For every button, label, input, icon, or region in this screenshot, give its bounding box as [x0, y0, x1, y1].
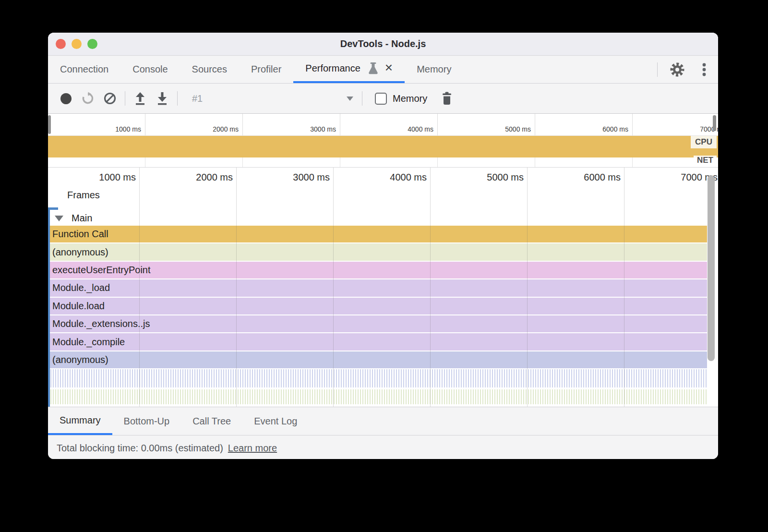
frames-track-label[interactable]: Frames: [67, 190, 100, 201]
ruler-tick: 3000 ms: [242, 125, 340, 133]
ruler-tick: 6000 ms: [527, 172, 624, 183]
ruler-tick: 5000 ms: [437, 125, 535, 133]
overview-ruler: 1000 ms 2000 ms 3000 ms 4000 ms 5000 ms …: [48, 114, 718, 136]
flame-bar-module-compile[interactable]: Module._compile: [48, 333, 707, 350]
tab-sources[interactable]: Sources: [180, 56, 239, 83]
status-bar: Total blocking time: 0.00ms (estimated) …: [48, 435, 718, 459]
ruler-tick: 7000 ms: [632, 125, 718, 133]
tab-memory[interactable]: Memory: [405, 56, 463, 83]
panel-tab-bar: Connection Console Sources Profiler Perf…: [48, 56, 718, 84]
main-track-header[interactable]: Main: [48, 211, 92, 226]
toolbar-separator: [177, 91, 178, 106]
tabbar-separator: [657, 62, 658, 77]
clear-recording-icon[interactable]: [99, 87, 121, 109]
learn-more-link[interactable]: Learn more: [228, 443, 277, 454]
net-band-label: NET: [694, 156, 717, 165]
tab-summary[interactable]: Summary: [48, 407, 112, 435]
chevron-down-icon: [347, 97, 353, 101]
flame-bar-anonymous[interactable]: (anonymous): [48, 243, 707, 260]
ruler-tick: 3000 ms: [236, 172, 333, 183]
ruler-tick: 2000 ms: [145, 125, 242, 133]
minimize-window-button[interactable]: [72, 39, 82, 49]
net-activity-band[interactable]: NET: [48, 157, 718, 168]
details-tab-bar: Summary Bottom-Up Call Tree Event Log: [48, 407, 718, 435]
load-profile-icon[interactable]: [129, 87, 151, 109]
record-button[interactable]: [55, 87, 77, 109]
toolbar-separator: [362, 91, 362, 106]
memory-checkbox[interactable]: [375, 93, 387, 105]
ruler-tick: 4000 ms: [333, 172, 430, 183]
cpu-band-label: CPU: [691, 136, 717, 148]
main-track-label: Main: [72, 213, 92, 224]
tab-performance[interactable]: Performance ×: [293, 56, 405, 83]
flame-bar-function-call[interactable]: Function Call: [48, 226, 707, 242]
close-performance-tab-icon[interactable]: ×: [385, 61, 393, 74]
ruler-tick: 5000 ms: [430, 172, 527, 183]
ruler-tick: 2000 ms: [139, 172, 236, 183]
timeline-overview[interactable]: 1000 ms 2000 ms 3000 ms 4000 ms 5000 ms …: [48, 114, 718, 168]
flame-bar-module-load[interactable]: Module.load: [48, 298, 707, 314]
tab-event-log[interactable]: Event Log: [242, 407, 309, 435]
tab-connection[interactable]: Connection: [48, 56, 120, 83]
flame-bar-anonymous-2[interactable]: (anonymous): [48, 351, 707, 368]
tabbar-actions: [657, 56, 718, 83]
zoom-window-button[interactable]: [87, 39, 97, 49]
flame-bar-module-extensions-js[interactable]: Module._extensions..js: [48, 315, 707, 332]
total-blocking-time-text: Total blocking time: 0.00ms (estimated): [57, 443, 223, 454]
more-options-kebab-icon[interactable]: [702, 61, 707, 78]
expand-triangle-icon[interactable]: [55, 216, 63, 221]
main-track-left-border: [48, 207, 50, 407]
vertical-scrollbar[interactable]: [708, 175, 715, 361]
settings-gear-icon[interactable]: [669, 61, 685, 78]
flame-bar-module-load-private[interactable]: Module._load: [48, 279, 707, 296]
traffic-lights: [56, 39, 97, 49]
title-bar: DevTools - Node.js: [48, 33, 718, 56]
reload-and-record-icon[interactable]: [77, 87, 99, 109]
ruler-tick: 4000 ms: [340, 125, 437, 133]
memory-checkbox-label[interactable]: Memory: [393, 93, 427, 104]
ruler-tick: 6000 ms: [535, 125, 632, 133]
cpu-activity-band[interactable]: CPU: [48, 136, 718, 157]
ruler-tick: 7000 ms: [624, 172, 718, 183]
tab-call-tree[interactable]: Call Tree: [181, 407, 242, 435]
delete-recording-trash-icon[interactable]: [441, 91, 453, 106]
flame-bar-micro-calls-blue[interactable]: [48, 369, 707, 387]
ruler-tick: 1000 ms: [48, 172, 139, 183]
flame-rows: Function Call (anonymous) executeUserEnt…: [48, 226, 707, 404]
flame-bar-execute-user-entry-point[interactable]: executeUserEntryPoint: [48, 262, 707, 278]
devtools-window: DevTools - Node.js Connection Console So…: [48, 33, 718, 459]
tab-bottom-up[interactable]: Bottom-Up: [112, 407, 181, 435]
ruler-tick: 1000 ms: [48, 125, 145, 133]
performance-toolbar: #1 Memory: [48, 84, 718, 114]
toolbar-separator: [125, 91, 125, 106]
close-window-button[interactable]: [56, 39, 66, 49]
tab-profiler[interactable]: Profiler: [239, 56, 293, 83]
overview-window-right-handle[interactable]: [713, 115, 716, 131]
capture-history-label: #1: [192, 93, 203, 104]
overview-window-left-handle[interactable]: [48, 115, 51, 134]
flame-ruler: 1000 ms 2000 ms 3000 ms 4000 ms 5000 ms …: [48, 168, 718, 186]
save-profile-icon[interactable]: [151, 87, 173, 109]
flame-bar-micro-calls-green[interactable]: [48, 389, 707, 404]
window-title: DevTools - Node.js: [340, 38, 426, 49]
tab-console[interactable]: Console: [120, 56, 180, 83]
capture-history-select[interactable]: #1: [181, 93, 358, 104]
flame-chart[interactable]: 1000 ms 2000 ms 3000 ms 4000 ms 5000 ms …: [48, 168, 718, 407]
experiment-flask-icon: [367, 62, 379, 75]
